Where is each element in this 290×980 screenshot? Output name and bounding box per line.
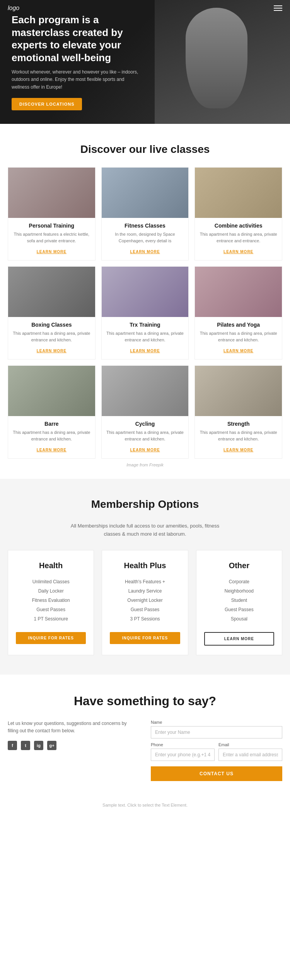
class-image xyxy=(102,168,189,218)
membership-description: All Memberships include full access to o… xyxy=(68,522,222,538)
class-body: Pilates and Yoga This apartment has a di… xyxy=(195,317,282,359)
learn-more-button[interactable]: LEARN MORE xyxy=(37,250,67,254)
hero-section: logo Each program is a masterclass creat… xyxy=(0,0,290,124)
membership-card: Health Unlimited ClassesDaily LockerFitn… xyxy=(8,550,94,655)
class-description: In the room, designed by Space Copenhage… xyxy=(106,231,185,244)
name-label: Name xyxy=(151,720,282,725)
feature-item: Unlimited Classes xyxy=(16,577,86,586)
hero-content: Each program is a masterclass created by… xyxy=(0,2,155,122)
feature-item: Health's Features + xyxy=(110,577,180,586)
class-description: This apartment has a dining area, privat… xyxy=(106,429,185,442)
classes-grid: Personal Training This apartment feature… xyxy=(8,167,282,459)
class-card: Barre This apartment has a dining area, … xyxy=(8,365,96,459)
class-image xyxy=(8,366,95,416)
hamburger-menu[interactable] xyxy=(274,5,282,11)
learn-more-button[interactable]: LEARN MORE xyxy=(130,250,160,254)
contact-description: Let us know your questions, suggestions … xyxy=(8,720,135,735)
email-label: Email xyxy=(218,742,282,747)
learn-more-button[interactable]: LEARN MORE xyxy=(130,349,160,353)
hamburger-line xyxy=(274,10,282,11)
name-field-row: Name xyxy=(151,720,282,738)
hamburger-line xyxy=(274,5,282,6)
feature-item: Overnight Locker xyxy=(110,596,180,605)
membership-cta-button[interactable]: LEARN MORE xyxy=(204,632,274,646)
phone-email-row: Phone Email xyxy=(151,742,282,761)
feature-item: Daily Locker xyxy=(16,586,86,596)
hero-description: Workout whenever, wherever and however y… xyxy=(12,69,143,91)
social-icon[interactable]: f xyxy=(8,741,17,750)
feature-item: Laundry Service xyxy=(110,586,180,596)
class-body: Combine activities This apartment has a … xyxy=(195,218,282,260)
class-card: Boxing Classes This apartment has a dini… xyxy=(8,266,96,360)
class-description: This apartment has a dining area, privat… xyxy=(199,429,278,442)
class-card: Strength This apartment has a dining are… xyxy=(194,365,282,459)
class-card: Fitness Classes In the room, designed by… xyxy=(101,167,189,260)
learn-more-button[interactable]: LEARN MORE xyxy=(130,448,160,452)
contact-title: Have something to say? xyxy=(8,694,282,708)
learn-more-button[interactable]: LEARN MORE xyxy=(223,250,253,254)
class-body: Fitness Classes In the room, designed by… xyxy=(102,218,189,260)
learn-more-button[interactable]: LEARN MORE xyxy=(223,349,253,353)
feature-item: Fitness Evaluation xyxy=(16,596,86,605)
class-name: Barre xyxy=(12,421,91,427)
class-card: Trx Training This apartment has a dining… xyxy=(101,266,189,360)
phone-input[interactable] xyxy=(151,749,215,761)
contact-grid: Let us know your questions, suggestions … xyxy=(8,720,282,781)
discover-locations-button[interactable]: DISCOVER LOCATIONS xyxy=(12,98,82,110)
learn-more-button[interactable]: LEARN MORE xyxy=(223,448,253,452)
class-name: Fitness Classes xyxy=(106,223,185,229)
logo: logo xyxy=(8,5,19,12)
class-description: This apartment has a dining area, privat… xyxy=(106,330,185,343)
hero-title: Each program is a masterclass created by… xyxy=(12,14,143,64)
contact-us-button[interactable]: CONTACT US xyxy=(151,766,282,781)
learn-more-button[interactable]: LEARN MORE xyxy=(37,349,67,353)
membership-plan-title: Health xyxy=(16,561,86,570)
footer-note: Sample text. Click to select the Text El… xyxy=(0,797,290,811)
social-icon[interactable]: ig xyxy=(34,741,43,750)
class-image xyxy=(8,168,95,218)
class-name: Trx Training xyxy=(106,322,185,328)
contact-section: Have something to say? Let us know your … xyxy=(0,675,290,797)
membership-plan-title: Other xyxy=(204,561,274,570)
learn-more-button[interactable]: LEARN MORE xyxy=(37,448,67,452)
class-name: Boxing Classes xyxy=(12,322,91,328)
email-field-col: Email xyxy=(218,742,282,761)
email-input[interactable] xyxy=(218,749,282,761)
hero-image xyxy=(155,0,290,124)
membership-cta-button[interactable]: INQUIRE FOR RATES xyxy=(110,632,180,644)
class-body: Boxing Classes This apartment has a dini… xyxy=(8,317,95,359)
contact-left: Let us know your questions, suggestions … xyxy=(8,720,139,781)
class-description: This apartment has a dining area, privat… xyxy=(199,231,278,244)
feature-item: Corporate xyxy=(204,577,274,586)
class-card: Combine activities This apartment has a … xyxy=(194,167,282,260)
feature-item: 3 PT Sessions xyxy=(110,614,180,624)
feature-item: 1 PT Sessionure xyxy=(16,614,86,624)
social-icon[interactable]: t xyxy=(21,741,30,750)
feature-item: Spousal xyxy=(204,614,274,624)
class-description: This apartment has a dining area, privat… xyxy=(12,330,91,343)
class-image xyxy=(102,366,189,416)
class-name: Pilates and Yoga xyxy=(199,322,278,328)
name-input[interactable] xyxy=(151,726,282,738)
navigation: logo xyxy=(0,0,290,16)
class-body: Trx Training This apartment has a dining… xyxy=(102,317,189,359)
class-body: Personal Training This apartment feature… xyxy=(8,218,95,260)
class-image xyxy=(8,267,95,317)
class-image xyxy=(195,168,282,218)
phone-label: Phone xyxy=(151,742,215,747)
class-name: Combine activities xyxy=(199,223,278,229)
image-credit: Image from Freepik xyxy=(8,463,282,467)
class-card: Pilates and Yoga This apartment has a di… xyxy=(194,266,282,360)
feature-item: Student xyxy=(204,596,274,605)
social-icon[interactable]: g+ xyxy=(47,741,56,750)
membership-card: Health Plus Health's Features +Laundry S… xyxy=(102,550,188,655)
membership-features: CorporateNeighborhoodStudentGuest Passes… xyxy=(204,577,274,624)
phone-field-col: Phone xyxy=(151,742,215,761)
class-image xyxy=(195,267,282,317)
class-body: Barre This apartment has a dining area, … xyxy=(8,416,95,458)
class-description: This apartment features a electric kettl… xyxy=(12,231,91,244)
membership-grid: Health Unlimited ClassesDaily LockerFitn… xyxy=(8,550,282,655)
membership-cta-button[interactable]: INQUIRE FOR RATES xyxy=(16,632,86,644)
class-image xyxy=(195,366,282,416)
membership-title: Membership Options xyxy=(8,498,282,511)
